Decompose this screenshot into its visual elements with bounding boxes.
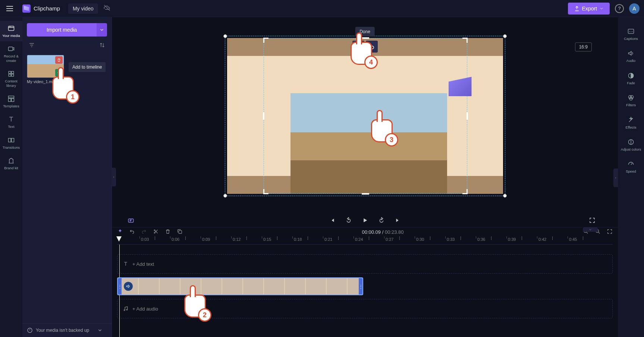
add-to-timeline-icon[interactable] [55,69,63,76]
undo-icon[interactable] [129,229,135,236]
menu-icon[interactable] [4,3,15,14]
sidebar-item-brand-kit[interactable]: Brand kit [0,153,22,174]
sidebar-item-filters[interactable]: Filters [618,89,644,111]
project-title[interactable]: My video [68,3,98,14]
sidebar-item-speed[interactable]: Speed [618,156,644,178]
crop-undo-button[interactable] [366,41,378,53]
clip-handle-left[interactable]: ⋮ [118,278,122,295]
export-label: Export [582,6,597,12]
avatar[interactable]: A [629,3,640,14]
forward-5-icon[interactable] [378,217,385,225]
svg-rect-4 [9,74,11,76]
media-item-name: My video_1.m… [27,79,107,84]
sidebar-item-effects[interactable]: Effects [618,112,644,134]
clipchamp-logo-icon [22,4,31,13]
sidebar-item-record-create[interactable]: Record & create [0,41,22,66]
svg-point-14 [154,232,155,233]
svg-rect-18 [628,29,634,34]
add-audio-track[interactable]: + Add audio [117,299,613,318]
media-panel: Import media My video_1.m… Add to timeli… [22,17,112,337]
svg-rect-6 [9,96,14,98]
ai-sparkle-icon[interactable] [117,229,123,236]
crop-selection[interactable] [264,38,467,194]
zoom-fit-icon[interactable] [607,229,613,236]
editor-area: Done 16:9 [112,17,618,337]
titlebar: Clipchamp My video Export ? A [0,0,644,17]
filter-icon[interactable] [28,42,35,50]
timeline-clip[interactable]: ⋮ ⋮ [117,277,363,295]
add-text-track[interactable]: + Add text [117,254,613,274]
timeline-toolbar: 00:00.09 / 00:23.80 [112,227,618,236]
svg-rect-10 [12,138,14,142]
brand-name: Clipchamp [34,5,60,12]
svg-rect-3 [12,72,14,74]
skip-end-icon[interactable] [395,217,401,225]
sidebar-item-captions[interactable]: Captions [618,23,644,45]
split-icon[interactable] [153,229,159,236]
sync-off-icon[interactable] [103,4,111,13]
sidebar-item-adjust-colors[interactable]: Adjust colors [618,134,644,156]
timeline-tracks: + Add text ⋮ ⋮ + Add audio [112,245,618,337]
right-properties-rail: Captions Audio Fade Filters Effects Adju… [618,17,644,337]
play-icon[interactable] [362,217,368,225]
help-icon[interactable]: ? [615,4,624,13]
fullscreen-icon[interactable] [589,217,596,225]
svg-rect-5 [12,74,14,76]
backup-warning[interactable]: Your media isn't backed up [22,323,111,337]
add-to-timeline-tooltip: Add to timeline [69,62,106,72]
delete-media-icon[interactable] [55,56,63,64]
done-tooltip: Done [355,27,375,37]
svg-rect-0 [9,26,14,31]
sidebar-item-transitions[interactable]: Transitions [0,133,22,153]
import-media-button[interactable]: Import media [27,23,97,37]
timecode: 00:00.09 / 00:23.80 [362,229,403,235]
svg-rect-7 [9,98,11,101]
skip-start-icon[interactable] [329,217,336,225]
clip-audio-icon[interactable] [124,282,133,291]
svg-rect-8 [12,98,14,101]
left-nav-rail: Your media Record & create Content libra… [0,17,22,337]
sidebar-item-fade[interactable]: Fade [618,67,644,89]
auto-enhance-icon[interactable] [128,217,134,225]
collapse-right-panel-icon[interactable] [613,168,618,187]
redo-icon[interactable] [141,229,147,236]
crop-confirm-button[interactable] [352,41,364,53]
export-button[interactable]: Export [568,3,610,15]
timeline-ruler[interactable]: 0:030:060:090:120:150:180:210:240:270:30… [117,236,613,245]
svg-point-13 [154,230,155,231]
sidebar-item-audio[interactable]: Audio [618,45,644,67]
sidebar-item-content-library[interactable]: Content library [0,66,22,91]
sidebar-item-your-media[interactable]: Your media [0,21,22,41]
clip-handle-right[interactable]: ⋮ [359,278,362,295]
sidebar-item-templates[interactable]: Templates [0,91,22,112]
svg-rect-1 [9,47,13,51]
timeline-collapse-icon[interactable] [583,227,598,232]
import-media-dropdown[interactable] [97,23,107,37]
svg-rect-9 [9,138,11,142]
media-thumbnail[interactable] [27,55,64,78]
delete-clip-icon[interactable] [165,229,171,236]
copy-clip-icon[interactable] [177,229,183,236]
svg-rect-15 [179,230,182,233]
sort-icon[interactable] [99,42,106,50]
transport-controls [112,215,618,227]
svg-rect-2 [9,72,11,74]
rewind-5-icon[interactable] [345,217,352,225]
sidebar-item-text[interactable]: Text [0,112,22,132]
